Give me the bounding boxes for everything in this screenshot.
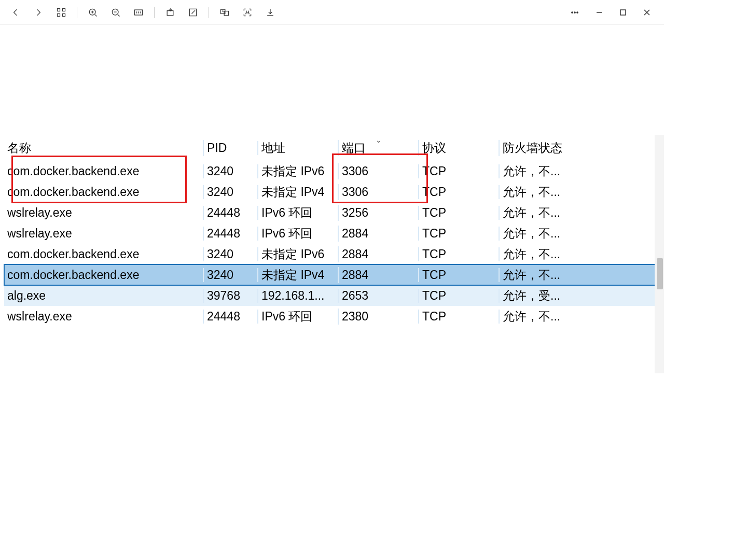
cell-pid: 3240 (204, 185, 258, 199)
col-header-protocol[interactable]: 协议 (419, 140, 500, 156)
more-button[interactable] (564, 2, 585, 23)
cell-pid: 24448 (204, 227, 258, 241)
table-row[interactable]: wslrelay.exe24448IPv6 环回2884TCP允许，不... (4, 223, 660, 244)
cell-name: com.docker.backend.exe (4, 268, 204, 282)
zoom-out-button[interactable] (105, 2, 126, 23)
cell-name: alg.exe (4, 289, 204, 303)
cell-address: IPv6 环回 (258, 226, 339, 242)
apps-button[interactable] (51, 2, 72, 23)
close-button[interactable] (635, 2, 659, 23)
cell-name: wslrelay.exe (4, 310, 204, 324)
table-row[interactable]: com.docker.backend.exe3240未指定 IPv63306TC… (4, 161, 660, 181)
rotate-button[interactable] (160, 2, 181, 23)
table-row[interactable]: alg.exe39768192.168.1...2653TCP允许，受... (4, 285, 660, 306)
window-controls (587, 2, 659, 23)
actual-size-button[interactable] (128, 2, 149, 23)
cell-address: 192.168.1... (258, 289, 339, 303)
cell-port: 2380 (339, 310, 419, 324)
cell-firewall: 允许，不... (500, 267, 593, 283)
separator (154, 7, 155, 18)
col-header-port-label: 端口 (342, 141, 366, 155)
cell-protocol: TCP (419, 185, 500, 199)
cell-port: 2884 (339, 227, 419, 241)
cell-port: 2884 (339, 268, 419, 282)
sort-indicator-icon: ⌄ (376, 140, 382, 144)
cell-protocol: TCP (419, 289, 500, 303)
cell-protocol: TCP (419, 227, 500, 241)
col-header-firewall[interactable]: 防火墙状态 (500, 140, 593, 156)
save-button[interactable] (260, 2, 281, 23)
cell-name: com.docker.backend.exe (4, 185, 204, 199)
cell-address: 未指定 IPv6 (258, 163, 339, 179)
cell-protocol: TCP (419, 206, 500, 220)
table-header-row: 名称 PID 地址 ⌄ 端口 协议 防火墙状态 (4, 135, 660, 161)
svg-rect-14 (620, 10, 626, 15)
scrollbar-thumb[interactable] (657, 258, 663, 289)
cell-pid: 3240 (204, 164, 258, 178)
minimize-button[interactable] (587, 2, 611, 23)
cell-port: 3256 (339, 206, 419, 220)
cell-pid: 3240 (204, 247, 258, 261)
cell-firewall: 允许，不... (500, 184, 593, 200)
cell-name: wslrelay.exe (4, 227, 204, 241)
zoom-in-button[interactable] (82, 2, 103, 23)
edit-button[interactable] (183, 2, 203, 23)
col-header-name[interactable]: 名称 (4, 140, 204, 156)
separator (209, 7, 209, 18)
svg-rect-2 (58, 13, 60, 16)
cell-pid: 3240 (204, 268, 258, 282)
cell-firewall: 允许，不... (500, 205, 593, 221)
svg-rect-3 (63, 13, 65, 16)
cell-name: com.docker.backend.exe (4, 164, 204, 178)
svg-rect-1 (63, 8, 65, 11)
cell-name: com.docker.backend.exe (4, 247, 204, 261)
col-header-address[interactable]: 地址 (258, 140, 339, 156)
cell-port: 3306 (339, 164, 419, 178)
cell-protocol: TCP (419, 164, 500, 178)
translate-button[interactable] (214, 2, 235, 23)
process-table: 名称 PID 地址 ⌄ 端口 协议 防火墙状态 com.docker.backe… (4, 135, 660, 327)
cell-firewall: 允许，不... (500, 226, 593, 242)
table-row[interactable]: wslrelay.exe24448IPv6 环回2380TCP允许，不... (4, 306, 660, 327)
cell-address: IPv6 环回 (258, 205, 339, 221)
cell-port: 2653 (339, 289, 419, 303)
cell-pid: 39768 (204, 289, 258, 303)
separator (77, 7, 77, 18)
toolbar (0, 0, 664, 25)
cell-address: 未指定 IPv6 (258, 246, 339, 262)
scrollbar-track[interactable] (655, 135, 664, 373)
svg-point-11 (572, 11, 573, 13)
table-row[interactable]: com.docker.backend.exe3240未指定 IPv43306TC… (4, 181, 660, 202)
cell-protocol: TCP (419, 310, 500, 324)
cell-name: wslrelay.exe (4, 206, 204, 220)
cell-firewall: 允许，不... (500, 246, 593, 262)
cell-address: 未指定 IPv4 (258, 184, 339, 200)
table-body: com.docker.backend.exe3240未指定 IPv63306TC… (4, 161, 660, 327)
back-button[interactable] (5, 2, 26, 23)
content-area: 名称 PID 地址 ⌄ 端口 协议 防火墙状态 com.docker.backe… (0, 25, 664, 498)
svg-point-12 (574, 11, 576, 13)
table-row[interactable]: com.docker.backend.exe3240未指定 IPv42884TC… (4, 264, 660, 285)
cell-address: 未指定 IPv4 (258, 267, 339, 283)
cell-protocol: TCP (419, 268, 500, 282)
cell-firewall: 允许，不... (500, 309, 593, 325)
cell-firewall: 允许，受... (500, 288, 593, 304)
table-row[interactable]: wslrelay.exe24448IPv6 环回3256TCP允许，不... (4, 202, 660, 223)
svg-point-13 (577, 11, 578, 13)
cell-protocol: TCP (419, 247, 500, 261)
cell-address: IPv6 环回 (258, 309, 339, 325)
svg-rect-7 (167, 10, 173, 15)
svg-rect-0 (58, 8, 60, 11)
cell-pid: 24448 (204, 206, 258, 220)
col-header-pid[interactable]: PID (204, 141, 258, 155)
cell-pid: 24448 (204, 310, 258, 324)
col-header-port[interactable]: ⌄ 端口 (339, 140, 419, 156)
cell-port: 2884 (339, 247, 419, 261)
forward-button[interactable] (28, 2, 49, 23)
maximize-button[interactable] (611, 2, 635, 23)
table-row[interactable]: com.docker.backend.exe3240未指定 IPv62884TC… (4, 244, 660, 264)
cell-port: 3306 (339, 185, 419, 199)
cell-firewall: 允许，不... (500, 163, 593, 179)
ocr-button[interactable] (237, 2, 258, 23)
